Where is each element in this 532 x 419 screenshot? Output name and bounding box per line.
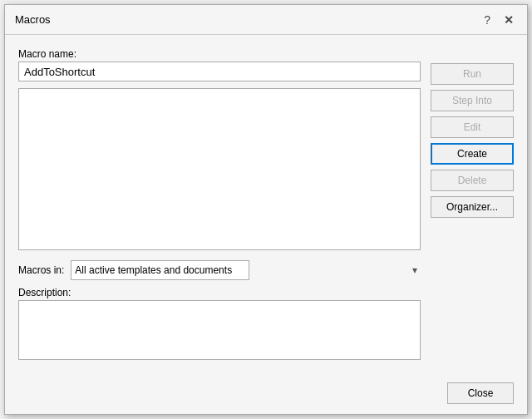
dialog-title: Macros (15, 13, 51, 26)
macros-in-row: Macros in: All active templates and docu… (18, 260, 421, 280)
title-bar-controls: ? ✕ (480, 13, 517, 27)
macro-name-input[interactable] (18, 62, 421, 81)
step-into-button[interactable]: Step Into (431, 90, 514, 111)
close-icon[interactable]: ✕ (500, 13, 517, 27)
macros-in-select-wrapper: All active templates and documents Norma… (71, 260, 421, 280)
run-button[interactable]: Run (431, 63, 514, 85)
close-button[interactable]: Close (447, 382, 514, 404)
macro-name-label: Macro name: (18, 48, 421, 60)
title-bar: Macros ? ✕ (5, 5, 527, 35)
macro-list-container (18, 88, 421, 250)
dialog-body: Macro name: Macros in: All active templa… (5, 35, 527, 376)
macros-in-select[interactable]: All active templates and documents Norma… (71, 260, 249, 280)
edit-button[interactable]: Edit (431, 116, 514, 138)
macro-list[interactable] (19, 89, 420, 249)
delete-button[interactable]: Delete (431, 170, 514, 191)
right-panel: Run Step Into Edit Create Delete Organiz… (431, 48, 514, 362)
dialog-footer: Close (5, 376, 527, 414)
macro-name-field: Macro name: (18, 48, 421, 81)
left-panel: Macro name: Macros in: All active templa… (18, 48, 421, 362)
description-field: Description: (18, 287, 421, 362)
help-icon[interactable]: ? (480, 13, 494, 27)
macros-in-label: Macros in: (18, 264, 64, 276)
description-label: Description: (18, 287, 421, 298)
description-input[interactable] (18, 300, 421, 360)
macros-dialog: Macros ? ✕ Macro name: Macros in: (4, 4, 528, 415)
create-button[interactable]: Create (431, 143, 514, 165)
organizer-button[interactable]: Organizer... (431, 196, 514, 218)
dialog-overlay: Macros ? ✕ Macro name: Macros in: (0, 0, 532, 419)
